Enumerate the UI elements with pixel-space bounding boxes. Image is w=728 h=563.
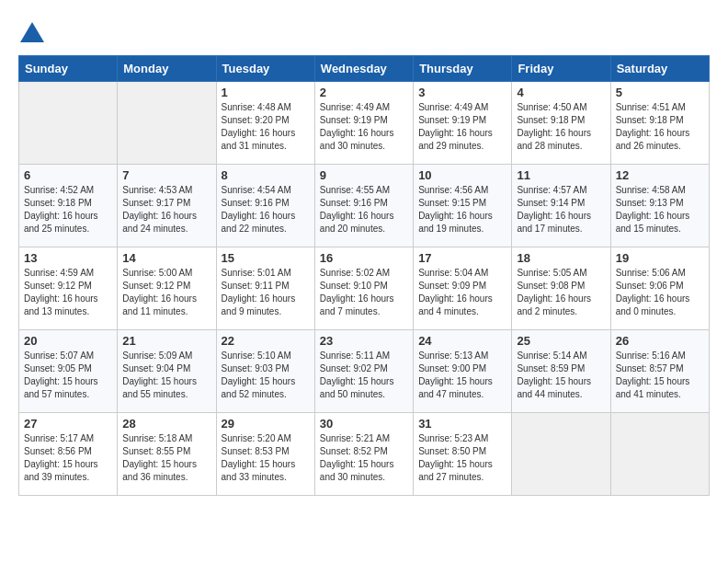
- day-number: 10: [418, 168, 506, 182]
- day-number: 27: [24, 417, 112, 431]
- calendar-header-row: SundayMondayTuesdayWednesdayThursdayFrid…: [19, 56, 710, 82]
- day-info: Sunrise: 5:07 AM Sunset: 9:05 PM Dayligh…: [24, 350, 112, 401]
- day-number: 18: [517, 251, 605, 265]
- calendar-cell: 11Sunrise: 4:57 AM Sunset: 9:14 PM Dayli…: [512, 165, 610, 247]
- calendar-cell: 17Sunrise: 5:04 AM Sunset: 9:09 PM Dayli…: [414, 247, 512, 330]
- day-info: Sunrise: 5:10 AM Sunset: 9:03 PM Dayligh…: [222, 350, 310, 401]
- day-number: 4: [517, 86, 605, 99]
- day-number: 28: [122, 417, 210, 431]
- day-info: Sunrise: 5:18 AM Sunset: 8:55 PM Dayligh…: [122, 432, 210, 484]
- day-number: 2: [320, 86, 408, 99]
- weekday-header: Monday: [118, 56, 216, 82]
- day-info: Sunrise: 4:58 AM Sunset: 9:13 PM Dayligh…: [616, 184, 704, 236]
- calendar-cell: 19Sunrise: 5:06 AM Sunset: 9:06 PM Dayli…: [610, 247, 709, 330]
- weekday-header: Thursday: [414, 56, 512, 82]
- weekday-header: Wednesday: [314, 56, 413, 82]
- calendar-week-row: 20Sunrise: 5:07 AM Sunset: 9:05 PM Dayli…: [19, 330, 710, 413]
- day-number: 22: [222, 334, 310, 348]
- calendar-cell: 27Sunrise: 5:17 AM Sunset: 8:56 PM Dayli…: [19, 413, 118, 496]
- calendar-cell: 14Sunrise: 5:00 AM Sunset: 9:12 PM Dayli…: [118, 247, 216, 330]
- calendar-cell: 31Sunrise: 5:23 AM Sunset: 8:50 PM Dayli…: [414, 413, 512, 496]
- calendar-week-row: 6Sunrise: 4:52 AM Sunset: 9:18 PM Daylig…: [19, 165, 710, 247]
- calendar-cell: 6Sunrise: 4:52 AM Sunset: 9:18 PM Daylig…: [19, 165, 118, 247]
- calendar-cell: 9Sunrise: 4:55 AM Sunset: 9:16 PM Daylig…: [314, 165, 413, 247]
- calendar-cell: 16Sunrise: 5:02 AM Sunset: 9:10 PM Dayli…: [314, 247, 413, 330]
- day-number: 3: [418, 86, 506, 99]
- day-info: Sunrise: 4:50 AM Sunset: 9:18 PM Dayligh…: [517, 101, 605, 153]
- calendar-cell: 12Sunrise: 4:58 AM Sunset: 9:13 PM Dayli…: [610, 165, 709, 247]
- day-info: Sunrise: 5:06 AM Sunset: 9:06 PM Dayligh…: [616, 267, 704, 318]
- calendar-cell: [512, 413, 610, 496]
- day-info: Sunrise: 4:55 AM Sunset: 9:16 PM Dayligh…: [320, 184, 408, 236]
- day-number: 20: [24, 334, 112, 348]
- calendar-cell: 20Sunrise: 5:07 AM Sunset: 9:05 PM Dayli…: [19, 330, 118, 413]
- page-header: [18, 18, 710, 46]
- day-info: Sunrise: 5:02 AM Sunset: 9:10 PM Dayligh…: [320, 267, 408, 318]
- day-info: Sunrise: 5:00 AM Sunset: 9:12 PM Dayligh…: [122, 267, 210, 318]
- calendar-cell: 23Sunrise: 5:11 AM Sunset: 9:02 PM Dayli…: [314, 330, 413, 413]
- day-number: 21: [122, 334, 210, 348]
- logo: [18, 18, 50, 46]
- day-number: 29: [222, 417, 310, 431]
- day-info: Sunrise: 5:01 AM Sunset: 9:11 PM Dayligh…: [222, 267, 310, 318]
- day-info: Sunrise: 5:23 AM Sunset: 8:50 PM Dayligh…: [418, 432, 506, 484]
- calendar-cell: 24Sunrise: 5:13 AM Sunset: 9:00 PM Dayli…: [414, 330, 512, 413]
- day-number: 24: [418, 334, 506, 348]
- day-info: Sunrise: 5:05 AM Sunset: 9:08 PM Dayligh…: [517, 267, 605, 318]
- day-info: Sunrise: 4:51 AM Sunset: 9:18 PM Dayligh…: [616, 101, 704, 153]
- day-info: Sunrise: 4:57 AM Sunset: 9:14 PM Dayligh…: [517, 184, 605, 236]
- day-info: Sunrise: 4:48 AM Sunset: 9:20 PM Dayligh…: [222, 101, 310, 153]
- day-info: Sunrise: 5:11 AM Sunset: 9:02 PM Dayligh…: [320, 350, 408, 401]
- day-info: Sunrise: 5:21 AM Sunset: 8:52 PM Dayligh…: [320, 432, 408, 484]
- calendar-cell: 10Sunrise: 4:56 AM Sunset: 9:15 PM Dayli…: [414, 165, 512, 247]
- day-info: Sunrise: 4:49 AM Sunset: 9:19 PM Dayligh…: [320, 101, 408, 153]
- calendar-cell: [610, 413, 709, 496]
- calendar-table: SundayMondayTuesdayWednesdayThursdayFrid…: [18, 55, 710, 496]
- calendar-cell: 13Sunrise: 4:59 AM Sunset: 9:12 PM Dayli…: [19, 247, 118, 330]
- calendar-cell: 2Sunrise: 4:49 AM Sunset: 9:19 PM Daylig…: [314, 82, 413, 165]
- weekday-header: Tuesday: [216, 56, 314, 82]
- weekday-header: Saturday: [610, 56, 709, 82]
- svg-marker-0: [20, 22, 44, 42]
- calendar-cell: 26Sunrise: 5:16 AM Sunset: 8:57 PM Dayli…: [610, 330, 709, 413]
- day-info: Sunrise: 4:49 AM Sunset: 9:19 PM Dayligh…: [418, 101, 506, 153]
- day-info: Sunrise: 4:53 AM Sunset: 9:17 PM Dayligh…: [122, 184, 210, 236]
- day-number: 14: [122, 251, 210, 265]
- day-number: 7: [122, 168, 210, 182]
- day-number: 15: [222, 251, 310, 265]
- calendar-cell: 8Sunrise: 4:54 AM Sunset: 9:16 PM Daylig…: [216, 165, 314, 247]
- day-info: Sunrise: 5:20 AM Sunset: 8:53 PM Dayligh…: [222, 432, 310, 484]
- calendar-cell: 29Sunrise: 5:20 AM Sunset: 8:53 PM Dayli…: [216, 413, 314, 496]
- day-number: 6: [24, 168, 112, 182]
- calendar-cell: 4Sunrise: 4:50 AM Sunset: 9:18 PM Daylig…: [512, 82, 610, 165]
- day-number: 13: [24, 251, 112, 265]
- day-number: 25: [517, 334, 605, 348]
- day-info: Sunrise: 5:16 AM Sunset: 8:57 PM Dayligh…: [616, 350, 704, 401]
- calendar-cell: 21Sunrise: 5:09 AM Sunset: 9:04 PM Dayli…: [118, 330, 216, 413]
- day-number: 12: [616, 168, 704, 182]
- day-info: Sunrise: 4:56 AM Sunset: 9:15 PM Dayligh…: [418, 184, 506, 236]
- day-number: 23: [320, 334, 408, 348]
- day-info: Sunrise: 5:13 AM Sunset: 9:00 PM Dayligh…: [418, 350, 506, 401]
- day-number: 16: [320, 251, 408, 265]
- day-number: 19: [616, 251, 704, 265]
- calendar-cell: 5Sunrise: 4:51 AM Sunset: 9:18 PM Daylig…: [610, 82, 709, 165]
- calendar-cell: 7Sunrise: 4:53 AM Sunset: 9:17 PM Daylig…: [118, 165, 216, 247]
- day-info: Sunrise: 4:52 AM Sunset: 9:18 PM Dayligh…: [24, 184, 112, 236]
- day-info: Sunrise: 4:54 AM Sunset: 9:16 PM Dayligh…: [222, 184, 310, 236]
- day-number: 11: [517, 168, 605, 182]
- weekday-header: Friday: [512, 56, 610, 82]
- calendar-week-row: 1Sunrise: 4:48 AM Sunset: 9:20 PM Daylig…: [19, 82, 710, 165]
- day-info: Sunrise: 5:09 AM Sunset: 9:04 PM Dayligh…: [122, 350, 210, 401]
- calendar-cell: 15Sunrise: 5:01 AM Sunset: 9:11 PM Dayli…: [216, 247, 314, 330]
- day-info: Sunrise: 5:04 AM Sunset: 9:09 PM Dayligh…: [418, 267, 506, 318]
- calendar-cell: 1Sunrise: 4:48 AM Sunset: 9:20 PM Daylig…: [216, 82, 314, 165]
- calendar-cell: 25Sunrise: 5:14 AM Sunset: 8:59 PM Dayli…: [512, 330, 610, 413]
- day-number: 8: [222, 168, 310, 182]
- day-number: 31: [418, 417, 506, 431]
- calendar-cell: 18Sunrise: 5:05 AM Sunset: 9:08 PM Dayli…: [512, 247, 610, 330]
- logo-icon: [18, 18, 46, 46]
- calendar-cell: 3Sunrise: 4:49 AM Sunset: 9:19 PM Daylig…: [414, 82, 512, 165]
- day-number: 26: [616, 334, 704, 348]
- calendar-week-row: 13Sunrise: 4:59 AM Sunset: 9:12 PM Dayli…: [19, 247, 710, 330]
